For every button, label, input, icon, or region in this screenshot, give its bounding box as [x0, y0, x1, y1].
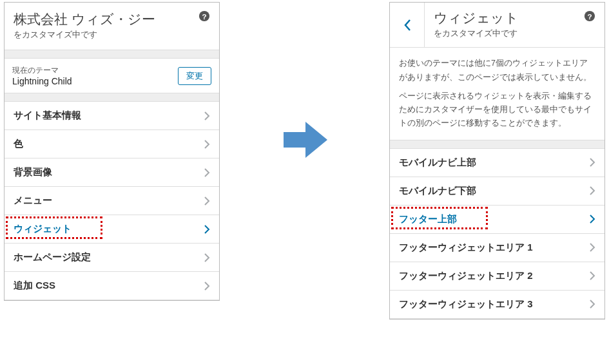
widget-area-footer-3[interactable]: フッターウィジェットエリア 3 — [390, 291, 604, 319]
widget-area-footer-1[interactable]: フッターウィジェットエリア 1 — [390, 234, 604, 262]
arrow-right-icon — [282, 119, 329, 160]
menu-item-css[interactable]: 追加 CSS — [5, 272, 219, 300]
svg-text:?: ? — [202, 12, 206, 21]
chevron-right-icon — [589, 242, 595, 253]
menu-item-label: サイト基本情報 — [14, 110, 81, 122]
chevron-right-icon — [589, 214, 595, 224]
menu-item-label: フッターウィジェットエリア 3 — [399, 298, 533, 311]
menu-item-colors[interactable]: 色 — [5, 130, 219, 158]
panel-title: ウィジェット — [434, 9, 595, 26]
chevron-right-icon — [204, 196, 210, 206]
widget-area-mobile-top[interactable]: モバイルナビ上部 — [390, 149, 604, 177]
panel-subtitle: をカスタマイズ中です — [14, 29, 155, 41]
chevron-right-icon — [589, 271, 595, 281]
chevron-right-icon — [589, 299, 595, 309]
widget-area-mobile-bottom[interactable]: モバイルナビ下部 — [390, 177, 604, 206]
menu-item-widgets[interactable]: ウィジェット — [5, 215, 219, 244]
menu-item-homepage[interactable]: ホームページ設定 — [5, 244, 219, 272]
menu-item-label: メニュー — [14, 195, 52, 207]
menu-item-label: フッターウィジェットエリア 2 — [399, 270, 533, 282]
widget-area-footer-2[interactable]: フッターウィジェットエリア 2 — [390, 262, 604, 291]
panel-header: 株式会社 ウィズ・ジー をカスタマイズ中です ? — [5, 3, 219, 50]
help-icon[interactable]: ? — [198, 10, 211, 23]
chevron-right-icon — [204, 281, 210, 291]
menu-item-background[interactable]: 背景画像 — [5, 158, 219, 187]
theme-info-block: 現在のテーマ Lightning Child 変更 — [5, 58, 219, 93]
chevron-right-icon — [589, 186, 595, 196]
menu-item-menus[interactable]: メニュー — [5, 187, 219, 215]
menu-item-label: モバイルナビ上部 — [399, 157, 476, 169]
widget-area-list: モバイルナビ上部 モバイルナビ下部 フッター上部 フッターウィジェットエリア 1… — [390, 148, 604, 319]
chevron-right-icon — [204, 253, 210, 263]
back-button[interactable] — [390, 3, 425, 47]
chevron-right-icon — [204, 139, 210, 149]
theme-name: Lightning Child — [12, 76, 72, 86]
svg-text:?: ? — [587, 12, 592, 21]
widget-area-footer-top[interactable]: フッター上部 — [390, 206, 604, 234]
customizer-panel-main: 株式会社 ウィズ・ジー をカスタマイズ中です ? 現在のテーマ Lightnin… — [4, 2, 220, 301]
description-block: お使いのテーマには他に7個のウィジェットエリアがありますが、このページでは表示し… — [390, 48, 604, 140]
customizer-menu-list: サイト基本情報 色 背景画像 メニュー ウィジェット ホームページ設定 追加 C… — [5, 101, 219, 300]
menu-item-label: モバイルナビ下部 — [399, 185, 476, 197]
customizer-panel-widgets: ウィジェット をカスタマイズ中です ? お使いのテーマには他に7個のウィジェット… — [389, 2, 605, 320]
description-text-2: ページに表示されるウィジェットを表示・編集するためにカスタマイザーを使用している… — [399, 90, 595, 131]
menu-item-label: 色 — [14, 138, 23, 150]
menu-item-label: 背景画像 — [14, 166, 52, 178]
panel-title: 株式会社 ウィズ・ジー — [14, 10, 155, 28]
menu-item-site-info[interactable]: サイト基本情報 — [5, 102, 219, 130]
menu-item-label: フッター上部 — [399, 213, 457, 225]
menu-item-label: ホームページ設定 — [14, 251, 91, 263]
chevron-right-icon — [204, 111, 210, 121]
panel-subtitle: をカスタマイズ中です — [434, 28, 595, 39]
chevron-left-icon — [403, 19, 411, 32]
theme-current-label: 現在のテーマ — [12, 65, 72, 76]
menu-item-label: ウィジェット — [14, 223, 72, 235]
chevron-right-icon — [204, 168, 210, 178]
description-text-1: お使いのテーマには他に7個のウィジェットエリアがありますが、このページでは表示し… — [399, 57, 595, 84]
panel-header: ウィジェット をカスタマイズ中です ? — [390, 3, 604, 48]
menu-item-label: 追加 CSS — [14, 280, 55, 292]
change-theme-button[interactable]: 変更 — [178, 67, 211, 85]
chevron-right-icon — [589, 157, 595, 168]
chevron-right-icon — [204, 224, 210, 235]
menu-item-label: フッターウィジェットエリア 1 — [399, 242, 533, 254]
help-icon[interactable]: ? — [584, 10, 597, 23]
